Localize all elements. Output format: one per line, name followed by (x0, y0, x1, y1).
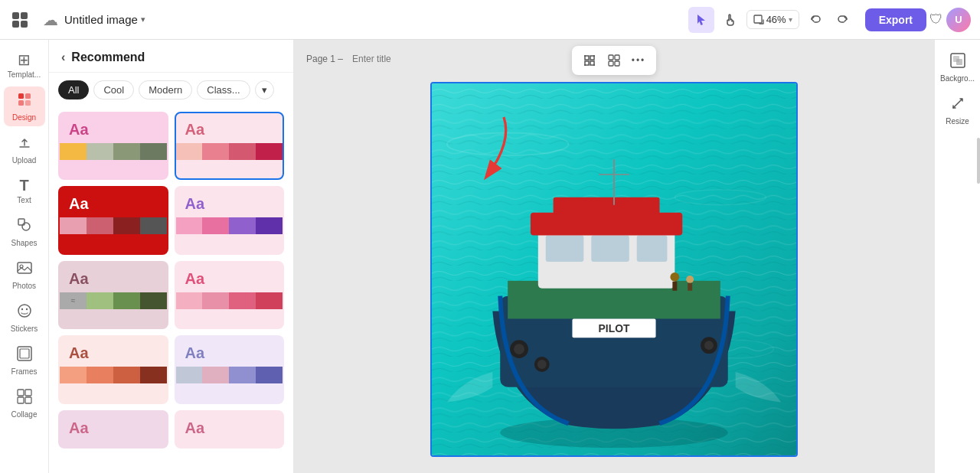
right-panel: Backgro... Resize (934, 40, 980, 473)
boat-image: PILOT (432, 83, 796, 455)
hand-tool-button[interactable] (717, 7, 743, 33)
theme-card-7[interactable]: Aa (58, 335, 168, 403)
svg-text:PILOT: PILOT (599, 322, 630, 334)
svg-rect-23 (590, 56, 594, 60)
select-frame-button[interactable] (578, 49, 601, 72)
theme-card-6[interactable]: Aa (175, 261, 285, 329)
zoom-chevron-icon: ▾ (789, 15, 792, 24)
shapes-icon (16, 217, 33, 237)
svg-rect-48 (554, 197, 660, 217)
svg-rect-11 (18, 263, 31, 273)
template-label: Templat... (8, 70, 41, 79)
user-avatar[interactable]: U (946, 8, 971, 32)
logo-button[interactable] (9, 9, 31, 31)
theme-card-2[interactable]: Aa (175, 112, 285, 180)
photos-label: Photos (12, 282, 36, 290)
photos-icon (16, 259, 33, 280)
sidebar-item-stickers[interactable]: Stickers (4, 298, 45, 338)
left-panel: ⊞ Templat... Design Upload (0, 40, 49, 473)
svg-rect-33 (615, 61, 619, 66)
resize-label: Resize (946, 117, 969, 126)
canvas-image-frame[interactable]: PILOT (430, 82, 798, 457)
svg-rect-62 (688, 283, 692, 291)
svg-rect-24 (585, 61, 589, 65)
svg-point-13 (18, 305, 31, 317)
shapes-label: Shapes (11, 239, 38, 247)
sidebar-item-photos[interactable]: Photos (4, 255, 45, 295)
right-item-resize[interactable]: Resize (937, 90, 978, 130)
filter-bar: All Cool Modern Class... ▾ (49, 73, 293, 106)
svg-rect-19 (25, 390, 31, 396)
theme-card-4[interactable]: Aa (175, 186, 285, 254)
text-icon: T (19, 177, 28, 194)
right-item-background[interactable]: Backgro... (937, 47, 978, 87)
topbar: ☁ Untitled image ▾ 46% ▾ (0, 0, 980, 40)
page-number: Page 1 – (306, 54, 343, 64)
theme-card-10[interactable]: Aa (175, 410, 285, 449)
svg-rect-5 (18, 93, 24, 99)
filter-classic[interactable]: Class... (197, 80, 250, 99)
svg-rect-17 (20, 349, 29, 358)
theme-card-1[interactable]: Aa (58, 112, 168, 180)
svg-point-59 (670, 272, 679, 282)
sidebar-item-frames[interactable]: Frames (4, 341, 45, 380)
svg-point-27 (593, 55, 595, 57)
theme-card-5[interactable]: Aa ≈ (58, 261, 168, 329)
stickers-icon (16, 302, 33, 323)
svg-rect-25 (590, 61, 594, 65)
toolbar-tools: 46% ▾ Export 🛡 U (688, 7, 971, 33)
svg-point-14 (21, 308, 22, 310)
design-icon (16, 91, 33, 112)
svg-point-52 (514, 344, 524, 354)
collage-icon (16, 388, 33, 409)
filter-more-button[interactable]: ▾ (255, 80, 274, 99)
document-title-area[interactable]: Untitled image ▾ (64, 13, 145, 26)
sidebar-item-shapes[interactable]: Shapes (4, 212, 45, 252)
svg-point-9 (22, 223, 30, 230)
svg-rect-1 (21, 12, 28, 19)
canvas-area: Page 1 – (294, 40, 934, 473)
upload-icon (16, 134, 33, 155)
export-button[interactable]: Export (865, 8, 926, 31)
redo-button[interactable] (830, 7, 856, 33)
filter-cool[interactable]: Cool (93, 80, 134, 99)
upload-label: Upload (12, 156, 37, 165)
svg-rect-22 (585, 56, 589, 60)
theme-card-3[interactable]: Aa (58, 186, 168, 254)
page-title-input[interactable] (348, 52, 472, 66)
resize-icon (949, 95, 966, 116)
zoom-control[interactable]: 46% ▾ (746, 10, 799, 29)
svg-rect-45 (591, 235, 629, 262)
svg-rect-32 (609, 61, 613, 66)
sidebar-header: ‹ Recommend (49, 40, 293, 73)
design-label: Design (12, 113, 36, 122)
theme-grid: Aa Aa Aa (49, 106, 293, 473)
svg-point-28 (584, 64, 586, 66)
sidebar-item-text[interactable]: T Text (4, 172, 45, 209)
grid-button[interactable] (603, 49, 626, 72)
sidebar-back-button[interactable]: ‹ (61, 51, 65, 64)
svg-rect-21 (25, 397, 31, 403)
svg-rect-0 (12, 12, 19, 19)
sidebar-item-upload[interactable]: Upload (4, 129, 45, 169)
sidebar-title: Recommend (71, 51, 145, 64)
theme-card-8[interactable]: Aa (175, 335, 285, 403)
filter-modern[interactable]: Modern (139, 80, 192, 99)
save-cloud-icon: ☁ (43, 11, 58, 29)
recommend-sidebar: ‹ Recommend All Cool Modern Class... ▾ A… (49, 40, 294, 473)
sidebar-item-collage[interactable]: Collage (4, 383, 45, 423)
svg-rect-20 (18, 397, 24, 403)
svg-point-56 (704, 341, 714, 350)
template-icon: ⊞ (18, 51, 31, 69)
filter-all[interactable]: All (58, 80, 89, 99)
svg-rect-3 (21, 21, 28, 28)
sidebar-item-design[interactable]: Design (4, 86, 45, 126)
undo-button[interactable] (802, 7, 828, 33)
more-options-button[interactable]: ••• (627, 49, 650, 72)
svg-rect-7 (18, 100, 24, 106)
select-tool-button[interactable] (688, 7, 714, 33)
sidebar-item-template[interactable]: ⊞ Templat... (4, 46, 45, 83)
theme-card-9[interactable]: Aa (58, 410, 168, 449)
background-icon (949, 52, 966, 73)
svg-rect-18 (18, 390, 24, 396)
